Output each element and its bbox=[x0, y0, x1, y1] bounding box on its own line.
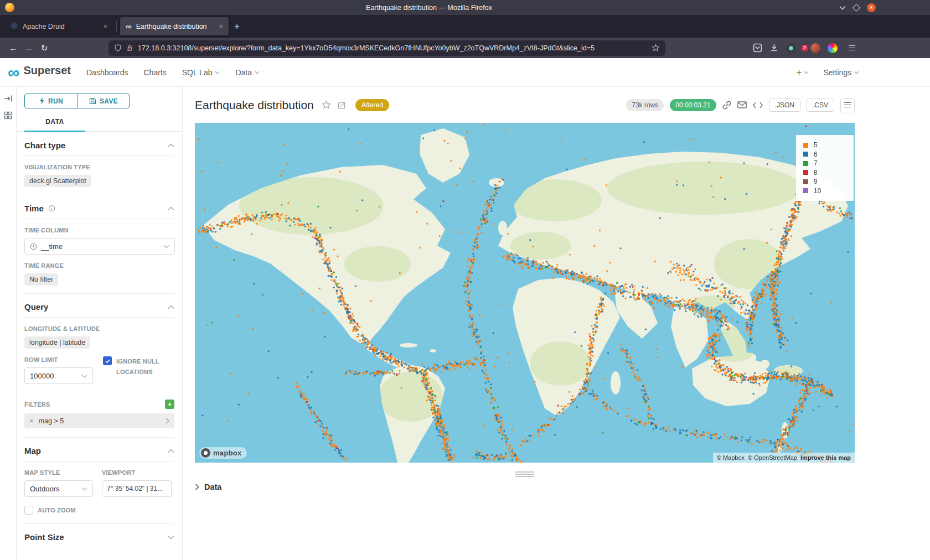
new-item-menu[interactable]: + bbox=[796, 67, 809, 78]
time-range-value[interactable]: No filter bbox=[24, 273, 58, 286]
tab-apache-druid[interactable]: Apache Druid × bbox=[4, 17, 113, 35]
forward-button[interactable]: → bbox=[21, 40, 37, 56]
add-filter-button[interactable]: + bbox=[165, 400, 174, 409]
left-rail bbox=[0, 87, 17, 560]
ignore-null-checkbox[interactable] bbox=[103, 356, 112, 365]
query-timer-badge: 00:00:03.21 bbox=[670, 99, 716, 111]
tab-label: Apache Druid bbox=[23, 23, 65, 30]
row-limit-label: ROW LIMIT bbox=[24, 356, 93, 363]
run-button[interactable]: RUN bbox=[24, 94, 78, 108]
plus-icon: + bbox=[796, 67, 802, 78]
nav-data[interactable]: Data bbox=[235, 68, 260, 77]
nav-sql-lab[interactable]: SQL Lab bbox=[182, 68, 220, 77]
tab-earthquake-distribution[interactable]: ∞ Earthquake distribution × bbox=[120, 17, 229, 35]
expand-panel-icon[interactable] bbox=[4, 95, 13, 102]
section-header-time[interactable]: Time bbox=[24, 195, 174, 219]
map-viewport[interactable]: 5 6 7 8 9 10 mapbox © Mapbox © OpenStree… bbox=[195, 123, 855, 463]
tab-data[interactable]: DATA bbox=[24, 113, 85, 132]
improve-map-link[interactable]: Improve this map bbox=[800, 454, 851, 461]
legend-item: 5 bbox=[803, 141, 854, 150]
tracking-shield-icon[interactable] bbox=[114, 44, 122, 52]
tab-close-icon[interactable]: × bbox=[219, 22, 223, 30]
reload-button[interactable]: ↻ bbox=[37, 40, 52, 56]
check-icon bbox=[105, 358, 111, 364]
edit-title-icon[interactable] bbox=[338, 101, 347, 110]
window-title: Earthquake distribution — Mozilla Firefo… bbox=[0, 4, 858, 12]
chart-header: Earthquake distribution Altered 73k rows… bbox=[195, 87, 855, 123]
pocket-icon[interactable] bbox=[753, 43, 762, 53]
save-icon bbox=[89, 97, 96, 105]
data-results-toggle[interactable]: Data bbox=[195, 483, 855, 491]
section-header-point-size[interactable]: Point Size bbox=[24, 524, 174, 547]
header-right: + Settings bbox=[796, 67, 859, 78]
superset-logo-icon: ∞ bbox=[8, 64, 19, 81]
nav-dashboards[interactable]: Dashboards bbox=[86, 68, 128, 77]
nav-label: Data bbox=[235, 68, 252, 77]
downloads-icon[interactable] bbox=[769, 43, 779, 53]
map-canvas[interactable] bbox=[195, 123, 855, 463]
altered-badge: Altered bbox=[355, 99, 390, 111]
chevron-right-icon bbox=[166, 418, 169, 424]
superset-logo[interactable]: ∞ Superset bbox=[8, 64, 71, 81]
profile-avatar[interactable] bbox=[810, 43, 820, 53]
map-attribution: © Mapbox © OpenStreetMap Improve this ma… bbox=[713, 453, 855, 463]
export-csv-button[interactable]: .CSV bbox=[807, 98, 834, 112]
chevron-up-icon bbox=[168, 305, 174, 309]
save-button[interactable]: SAVE bbox=[78, 94, 130, 108]
tab-close-icon[interactable]: × bbox=[103, 22, 107, 30]
row-limit-select[interactable]: 100000 bbox=[24, 367, 93, 384]
new-tab-button[interactable]: + bbox=[234, 21, 240, 32]
embed-code-icon[interactable] bbox=[753, 102, 763, 108]
legend-label: 7 bbox=[814, 159, 818, 167]
viz-type-value[interactable]: deck.gl Scatterplot bbox=[24, 175, 91, 187]
connection-lock-icon[interactable] bbox=[126, 44, 133, 52]
section-title: Query bbox=[24, 302, 48, 312]
attribution-osm[interactable]: © OpenStreetMap bbox=[748, 454, 797, 461]
nav-charts[interactable]: Charts bbox=[143, 68, 166, 77]
copy-link-icon[interactable] bbox=[722, 101, 731, 110]
attribution-mapbox[interactable]: © Mapbox bbox=[717, 454, 745, 461]
section-header-map[interactable]: Map bbox=[24, 438, 174, 462]
legend-item: 8 bbox=[803, 168, 854, 178]
viewport-value[interactable]: 7° 35' 54.02" | 31... bbox=[102, 480, 172, 497]
chevron-down-icon bbox=[215, 71, 220, 74]
remove-filter-icon[interactable]: × bbox=[29, 417, 34, 425]
save-label: SAVE bbox=[100, 97, 118, 105]
auto-zoom-checkbox[interactable] bbox=[24, 506, 33, 515]
lonlat-value[interactable]: longitude | latitude bbox=[24, 336, 90, 349]
superset-favicon: ∞ bbox=[126, 22, 132, 30]
window-close-button[interactable]: × bbox=[867, 3, 876, 12]
time-column-select[interactable]: __time bbox=[24, 238, 175, 255]
chevron-up-icon bbox=[168, 449, 174, 453]
email-icon[interactable] bbox=[737, 101, 747, 108]
mapbox-logo[interactable]: mapbox bbox=[199, 447, 247, 459]
window-chevron-control[interactable] bbox=[839, 6, 846, 10]
browser-toolbar: ← → ↻ 172.18.0.3:32108/superset/explore/… bbox=[0, 38, 930, 58]
panel-drag-handle[interactable] bbox=[515, 471, 534, 477]
chart-menu-button[interactable] bbox=[840, 98, 855, 112]
firefox-menu-button[interactable] bbox=[845, 41, 859, 55]
extension-badge: 2 bbox=[802, 45, 808, 51]
chart-title: Earthquake distribution bbox=[195, 98, 314, 112]
favorite-star-icon[interactable] bbox=[322, 100, 331, 110]
row-limit-row: ROW LIMIT 100000 IGNORE NULL LOCATIONS bbox=[24, 356, 174, 392]
filter-chip[interactable]: × mag > 5 bbox=[24, 413, 174, 428]
filters-header: FILTERS + bbox=[24, 400, 174, 409]
settings-menu[interactable]: Settings bbox=[823, 68, 859, 77]
export-json-button[interactable]: .JSON bbox=[769, 98, 800, 112]
window-shade-control[interactable] bbox=[852, 3, 860, 11]
json-label: .JSON bbox=[775, 101, 794, 109]
chevron-down-icon bbox=[804, 71, 809, 74]
section-header-chart-type[interactable]: Chart type bbox=[24, 132, 174, 156]
section-header-query[interactable]: Query bbox=[24, 294, 174, 318]
time-column-label: TIME COLUMN bbox=[24, 227, 174, 234]
map-style-select[interactable]: Outdoors bbox=[24, 480, 93, 497]
back-button[interactable]: ← bbox=[6, 40, 21, 56]
chevron-down-icon bbox=[163, 245, 169, 248]
extensions-pinwheel-icon[interactable] bbox=[828, 43, 838, 53]
dataset-grid-icon[interactable] bbox=[4, 111, 12, 120]
legend-swatch bbox=[803, 188, 808, 193]
extension-icon[interactable] bbox=[786, 43, 796, 53]
bookmark-star-icon[interactable] bbox=[652, 44, 660, 52]
url-bar[interactable]: 172.18.0.3:32108/superset/explore/?form_… bbox=[108, 40, 665, 56]
